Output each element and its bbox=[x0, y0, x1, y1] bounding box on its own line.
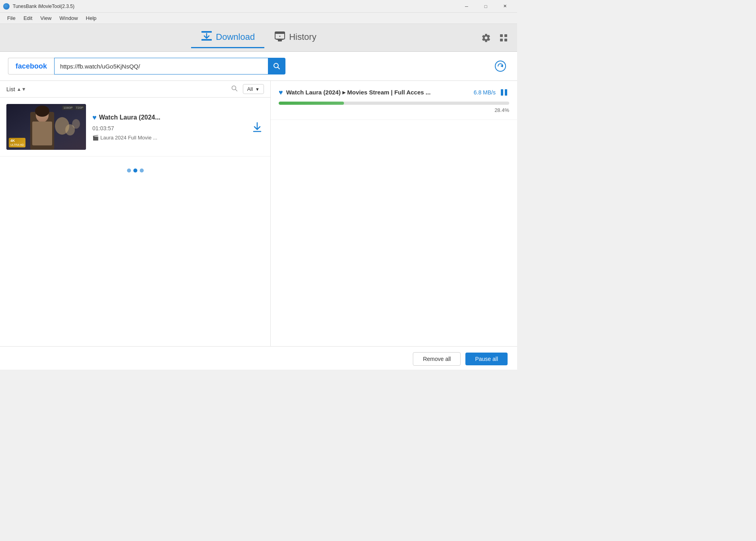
spinner-dot-3 bbox=[140, 169, 144, 172]
spinner-dot-2 bbox=[133, 169, 137, 172]
right-panel: ♥ Watch Laura (2024) ▸ Movies Stream | F… bbox=[271, 81, 517, 346]
source-label: facebook bbox=[8, 58, 54, 74]
video-title: ♥ Watch Laura (2024... bbox=[92, 114, 244, 122]
svg-rect-1 bbox=[201, 39, 212, 41]
toolbar: Download History bbox=[0, 24, 517, 52]
video-duration: 01:03:57 bbox=[92, 125, 244, 131]
video-info: ♥ Watch Laura (2024... 01:03:57 🎬 Laura … bbox=[92, 114, 244, 141]
filter-dropdown[interactable]: All ▼ bbox=[243, 84, 264, 94]
svg-line-12 bbox=[278, 67, 280, 69]
badge-1080p: 1080P bbox=[62, 106, 74, 110]
download-tab-label: Download bbox=[216, 32, 255, 42]
menu-help[interactable]: Help bbox=[82, 14, 101, 23]
list-label: List ▲▼ bbox=[6, 86, 26, 92]
filter-selected-value: All bbox=[247, 86, 253, 92]
spinner-dot-1 bbox=[127, 169, 131, 172]
url-search-button[interactable] bbox=[268, 58, 285, 74]
progress-bar-bg bbox=[279, 102, 509, 105]
quality-badges: 1080P 720P bbox=[62, 106, 84, 110]
progress-bar-fill bbox=[279, 102, 344, 105]
pause-all-button[interactable]: Pause all bbox=[465, 353, 508, 365]
list-item: 1080P 720P 4KULTRA HD ♥ Watch Laura (202… bbox=[0, 98, 270, 157]
svg-rect-26 bbox=[501, 89, 503, 96]
settings-button[interactable] bbox=[479, 31, 493, 45]
minimize-button[interactable]: ─ bbox=[457, 0, 476, 13]
bottom-bar: Remove all Pause all bbox=[0, 346, 517, 370]
window-title: TunesBank iMovieTool(2.3.5) bbox=[13, 4, 457, 9]
svg-marker-14 bbox=[500, 65, 503, 67]
svg-rect-27 bbox=[505, 89, 507, 96]
refresh-button[interactable] bbox=[492, 57, 509, 75]
download-speed: 6.8 MB/s bbox=[474, 89, 496, 96]
download-item-button[interactable] bbox=[250, 120, 264, 134]
svg-rect-0 bbox=[201, 31, 212, 33]
download-queue-item: ♥ Watch Laura (2024) ▸ Movies Stream | F… bbox=[271, 81, 517, 120]
filter-chevron-icon: ▼ bbox=[255, 87, 260, 92]
pause-button[interactable] bbox=[499, 87, 509, 98]
svg-rect-6 bbox=[278, 39, 282, 41]
toolbar-right bbox=[479, 31, 511, 45]
history-tab-label: History bbox=[289, 32, 316, 42]
heart-icon: ♥ bbox=[92, 114, 97, 122]
download-title: Watch Laura (2024) ▸ Movies Stream | Ful… bbox=[286, 89, 471, 96]
progress-percent: 28.4% bbox=[279, 107, 509, 113]
svg-rect-10 bbox=[504, 39, 507, 41]
list-sort-icon[interactable]: ▲▼ bbox=[17, 86, 26, 92]
tab-download[interactable]: Download bbox=[191, 27, 264, 48]
main-content: List ▲▼ All ▼ bbox=[0, 81, 517, 346]
window-controls: ─ □ ✕ bbox=[457, 0, 514, 13]
grid-view-button[interactable] bbox=[496, 31, 511, 45]
menu-window[interactable]: Window bbox=[55, 14, 82, 23]
video-thumbnail: 1080P 720P 4KULTRA HD bbox=[6, 104, 86, 150]
url-input[interactable] bbox=[54, 58, 268, 74]
badge-4k: 4KULTRA HD bbox=[9, 138, 25, 147]
video-film-icon: 🎬 bbox=[92, 135, 99, 141]
menu-edit[interactable]: Edit bbox=[20, 14, 36, 23]
url-bar-area: facebook bbox=[0, 52, 517, 81]
download-heart-icon: ♥ bbox=[279, 88, 283, 97]
badge-720p: 720P bbox=[74, 106, 84, 110]
svg-line-16 bbox=[235, 89, 237, 91]
video-source: 🎬 Laura 2024 Full Movie ... bbox=[92, 135, 244, 141]
loading-area bbox=[0, 157, 270, 184]
svg-rect-9 bbox=[500, 39, 503, 41]
close-button[interactable]: ✕ bbox=[496, 0, 514, 13]
list-search-icon[interactable] bbox=[231, 85, 238, 94]
toolbar-tabs: Download History bbox=[191, 27, 326, 48]
svg-point-4 bbox=[279, 36, 281, 37]
download-item-header: ♥ Watch Laura (2024) ▸ Movies Stream | F… bbox=[279, 87, 509, 98]
svg-point-23 bbox=[35, 106, 49, 117]
loading-spinner bbox=[127, 169, 144, 172]
maximize-button[interactable]: □ bbox=[477, 0, 495, 13]
menu-bar: File Edit View Window Help bbox=[0, 13, 517, 24]
svg-rect-3 bbox=[275, 32, 285, 34]
menu-view[interactable]: View bbox=[36, 14, 55, 23]
history-tab-icon bbox=[274, 30, 286, 44]
menu-file[interactable]: File bbox=[3, 14, 20, 23]
list-header: List ▲▼ All ▼ bbox=[0, 81, 270, 98]
title-bar: TunesBank iMovieTool(2.3.5) ─ □ ✕ bbox=[0, 0, 517, 13]
svg-point-20 bbox=[72, 119, 80, 129]
remove-all-button[interactable]: Remove all bbox=[413, 352, 461, 366]
download-tab-icon bbox=[201, 30, 213, 44]
svg-rect-24 bbox=[32, 122, 52, 145]
app-icon bbox=[3, 3, 10, 10]
left-panel: List ▲▼ All ▼ bbox=[0, 81, 271, 346]
svg-rect-8 bbox=[504, 34, 507, 37]
tab-history[interactable]: History bbox=[264, 27, 326, 48]
svg-rect-7 bbox=[500, 34, 503, 37]
